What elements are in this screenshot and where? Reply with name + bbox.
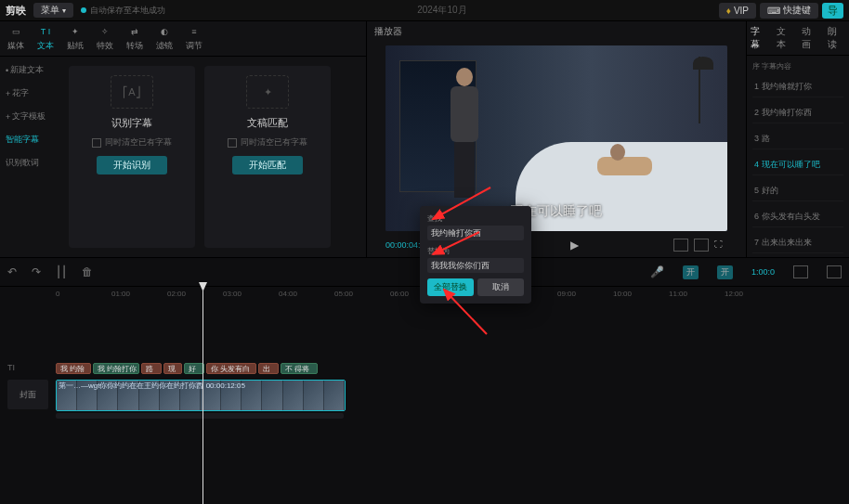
tab-adjust[interactable]: ≡调节: [186, 25, 202, 52]
subtitle-item[interactable]: 7 出来出来出来: [752, 233, 843, 253]
transition-icon: ⇄: [126, 25, 143, 38]
subtitle-item[interactable]: 1 我约翰就打你: [752, 77, 843, 97]
tab-sticker[interactable]: ✦贴纸: [67, 25, 84, 52]
subtitle-item[interactable]: 5 好的: [752, 181, 843, 201]
card-title: 识别字幕: [111, 116, 152, 129]
list-header: 序 字幕内容: [752, 61, 843, 71]
effect-icon: ✧: [97, 25, 113, 38]
subtitle-item[interactable]: 3 路: [752, 129, 843, 149]
video-frame: 现在可以睡了吧: [385, 45, 727, 231]
replace-label: 替换为: [427, 246, 524, 256]
split-button[interactable]: ⎮⎮: [56, 265, 67, 278]
sidebar-item-smart-subtitle[interactable]: 智能字幕: [4, 132, 56, 148]
tab-filter[interactable]: ◐滤镜: [156, 25, 173, 52]
tab-effect[interactable]: ✧特效: [97, 25, 113, 52]
find-replace-dialog: 查找 替换为 全部替换 取消: [420, 206, 531, 304]
tool-b-icon[interactable]: [827, 265, 842, 278]
subtitle-clip[interactable]: 我 约翰: [56, 363, 91, 374]
subtitle-clip[interactable]: 现: [163, 363, 182, 374]
status-dot-icon: [81, 7, 86, 13]
video-track[interactable]: 封面 第一…—wgt你你约约在在王约你在约打你西 00:00:12:05: [56, 380, 849, 409]
export-button[interactable]: 导: [822, 3, 843, 19]
preview-header: 播放器: [367, 21, 746, 42]
start-recognize-button[interactable]: 开始识别: [97, 156, 167, 174]
card-recognize-subtitle: ⎡A⎦ 识别字幕 同时清空已有字幕 开始识别: [69, 66, 195, 248]
subtitle-clip[interactable]: 我 约翰打你: [93, 363, 139, 374]
preview-viewport[interactable]: 现在可以睡了吧: [385, 45, 727, 231]
grid-icon[interactable]: [694, 239, 709, 252]
subtitle-clip[interactable]: 路: [141, 363, 162, 374]
toggle-2[interactable]: 开: [717, 265, 733, 279]
audio-track[interactable]: [56, 413, 344, 419]
undo-button[interactable]: ↶: [7, 265, 17, 278]
subtitle-list: 序 字幕内容 1 我约翰就打你 2 我约翰打你西 3 路 4 现在可以睡了吧 5…: [747, 56, 849, 257]
tool-tabs: ▭媒体 T I文本 ✦贴纸 ✧特效 ⇄转场 ◐滤镜 ≡调节: [0, 21, 366, 57]
adjust-icon: ≡: [186, 25, 202, 38]
track-label-text: TI: [7, 363, 50, 372]
ratio-icon[interactable]: [673, 239, 688, 252]
card-hint: 同时清空已有字幕: [92, 136, 172, 149]
match-icon: ✦: [246, 75, 289, 109]
tab-media[interactable]: ▭媒体: [7, 25, 24, 52]
delete-button[interactable]: 🗑: [82, 265, 93, 278]
vip-button[interactable]: ♦VIP: [719, 3, 756, 19]
mic-icon[interactable]: 🎤: [650, 265, 664, 278]
checkbox-icon[interactable]: [92, 138, 101, 148]
project-title: 2024年10月: [173, 4, 712, 17]
filter-icon: ◐: [156, 25, 173, 38]
playhead[interactable]: [202, 282, 203, 504]
replace-all-button[interactable]: 全部替换: [427, 278, 474, 296]
card-title: 文稿匹配: [247, 116, 288, 129]
sticker-icon: ✦: [67, 25, 84, 38]
replace-input[interactable]: [427, 258, 524, 273]
sidebar-item-template[interactable]: +文字模板: [4, 109, 56, 124]
text-icon: T I: [37, 25, 54, 38]
menu-button[interactable]: 菜单▾: [33, 3, 73, 18]
redo-button[interactable]: ↷: [32, 265, 41, 278]
shortcut-button[interactable]: ⌨快捷键: [760, 3, 818, 19]
sidebar-item-fancy[interactable]: +花字: [4, 85, 56, 101]
toggle-1[interactable]: 开: [683, 265, 699, 279]
rtab-text[interactable]: 文本: [777, 25, 795, 51]
right-panel: 字幕 文本 动画 朗读 序 字幕内容 1 我约翰就打你 2 我约翰打你西 3 路…: [747, 21, 849, 257]
subtitle-clip[interactable]: 不 得将: [281, 363, 318, 374]
tab-transition[interactable]: ⇄转场: [126, 25, 143, 52]
subtitle-item[interactable]: 4 现在可以睡了吧: [752, 155, 843, 175]
sidebar-item-lyrics[interactable]: 识别歌词: [4, 155, 56, 171]
find-label: 查找: [427, 213, 524, 224]
left-panel: ▭媒体 T I文本 ✦贴纸 ✧特效 ⇄转场 ◐滤镜 ≡调节 •新建文本 +花字 …: [0, 21, 367, 257]
rtab-subtitle[interactable]: 字幕: [751, 25, 769, 51]
subtitle-track[interactable]: 我 约翰我 约翰打你路现好你 头发有白出不 得将: [56, 363, 849, 374]
titlebar: 剪映 菜单▾ 自动保存至本地成功 2024年10月 ♦VIP ⌨快捷键 导: [0, 0, 849, 21]
app-logo: 剪映: [6, 4, 26, 18]
card-script-match: ✦ 文稿匹配 同时清空已有字幕 开始匹配: [204, 66, 331, 248]
card-hint: 同时清空已有字幕: [228, 136, 307, 149]
tab-text[interactable]: T I文本: [37, 25, 54, 52]
subtitle-item[interactable]: 6 你头发有白头发: [752, 207, 843, 227]
find-input[interactable]: [427, 226, 524, 240]
recognize-icon: ⎡A⎦: [111, 75, 153, 109]
rtab-tts[interactable]: 朗读: [828, 25, 846, 51]
cover-label[interactable]: 封面: [7, 380, 48, 409]
sidebar-item-newtext[interactable]: •新建文本: [4, 62, 56, 78]
subtitle-item[interactable]: 2 我约翰打你西: [752, 103, 843, 123]
fullscreen-icon[interactable]: ⛶: [714, 239, 727, 251]
save-status: 自动保存至本地成功: [81, 5, 165, 17]
cancel-button[interactable]: 取消: [477, 278, 524, 296]
media-icon: ▭: [7, 25, 24, 38]
subtitle-clip[interactable]: 你 头发有白: [206, 363, 256, 374]
clip-meta: 第一…—wgt你你约约在在王约你在约打你西 00:00:12:05: [59, 381, 245, 391]
right-tabs: 字幕 文本 动画 朗读: [747, 21, 849, 56]
rtab-anim[interactable]: 动画: [802, 25, 820, 51]
toolbar-time: 1:00:0: [751, 267, 775, 277]
tool-a-icon[interactable]: [793, 265, 808, 278]
video-clip[interactable]: 第一…—wgt你你约约在在王约你在约打你西 00:00:12:05: [56, 380, 346, 411]
play-button[interactable]: ▶: [570, 239, 579, 252]
subtitle-clip[interactable]: 出: [258, 363, 279, 374]
start-match-button[interactable]: 开始匹配: [232, 156, 303, 174]
subtitle-clip[interactable]: 好: [184, 363, 204, 374]
checkbox-icon[interactable]: [228, 138, 237, 148]
text-sidebar: •新建文本 +花字 +文字模板 智能字幕 识别歌词: [0, 57, 59, 257]
